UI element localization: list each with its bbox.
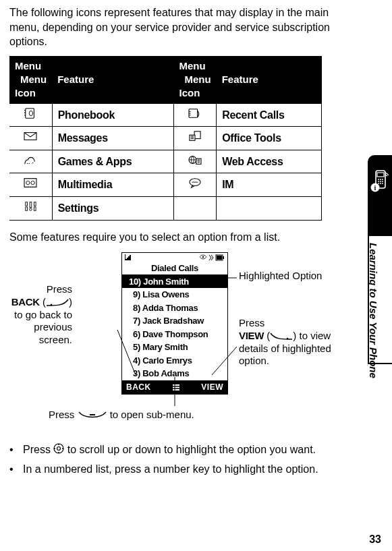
svg-point-13 xyxy=(31,181,34,185)
svg-rect-16 xyxy=(26,207,28,210)
phone-screen-diagram: Dialed Calls 10) John Smith 9) Lisa Owen… xyxy=(9,252,357,434)
softkey-view[interactable]: VIEW xyxy=(201,382,223,393)
settings-icon xyxy=(9,196,52,220)
svg-rect-39 xyxy=(377,173,384,177)
empty-label xyxy=(217,196,322,220)
svg-point-40 xyxy=(378,179,379,180)
softkey-back[interactable]: BACK xyxy=(126,382,151,393)
web-access-icon xyxy=(173,150,216,173)
im-icon xyxy=(173,173,216,197)
svg-rect-28 xyxy=(173,389,179,390)
screen-title: Dialed Calls xyxy=(122,262,227,274)
svg-rect-24 xyxy=(217,256,222,260)
svg-point-42 xyxy=(382,179,383,180)
svg-rect-26 xyxy=(173,384,179,386)
svg-rect-15 xyxy=(26,202,28,206)
intro-text: The following icons represent features t… xyxy=(9,5,357,49)
page-number: 33 xyxy=(369,532,381,547)
list-item[interactable]: 9) Lisa Owens xyxy=(122,288,227,301)
messages-icon xyxy=(9,127,52,150)
list-item[interactable]: 8) Adda Thomas xyxy=(122,301,227,315)
list-item[interactable]: 6) Dave Thompson xyxy=(122,328,227,341)
svg-point-8 xyxy=(32,162,33,163)
svg-rect-19 xyxy=(34,202,36,206)
svg-point-6 xyxy=(27,163,28,163)
side-tab-label: Learning to Use Your Phone xyxy=(366,243,380,378)
office-tools-icon xyxy=(173,127,216,150)
svg-rect-27 xyxy=(173,386,179,388)
th-menu-icon-2: MenuMenu Icon xyxy=(173,56,216,104)
phone-with-info-icon: i xyxy=(370,170,390,193)
settings-label: Settings xyxy=(52,196,173,220)
svg-point-43 xyxy=(378,181,379,182)
th-feature-1: Feature xyxy=(52,56,173,104)
svg-rect-17 xyxy=(30,202,32,208)
list-item[interactable]: 3) Bob Adams xyxy=(122,367,227,380)
ann-highlighted-option: Highlighted Option xyxy=(239,270,322,283)
nav-key-icon xyxy=(53,443,64,458)
svg-rect-20 xyxy=(34,207,36,210)
left-softkey-icon xyxy=(46,299,69,307)
recent-calls-icon xyxy=(173,104,216,127)
ann-back-key: Press BACK () to go back to previous scr… xyxy=(5,283,72,347)
list-item[interactable]: 4) Carlo Emrys xyxy=(122,354,227,368)
svg-text:i: i xyxy=(374,184,376,192)
games-apps-icon xyxy=(9,150,52,173)
svg-point-48 xyxy=(382,183,383,184)
bullet-number-key: • In a numbered list, press a number key… xyxy=(9,462,357,477)
phonebook-icon xyxy=(9,104,52,127)
messages-label: Messages xyxy=(52,127,173,150)
features-table: MenuMenu Icon Feature MenuMenu Icon Feat… xyxy=(9,56,322,221)
svg-point-29 xyxy=(287,338,289,340)
svg-point-45 xyxy=(382,181,383,182)
svg-rect-21 xyxy=(125,254,125,260)
phone-screen: Dialed Calls 10) John Smith 9) Lisa Owen… xyxy=(121,252,228,395)
ann-view-key: Press VIEW () to view details of highlig… xyxy=(239,317,354,368)
side-tab: i Learning to Use Your Phone xyxy=(368,155,392,364)
svg-point-18 xyxy=(30,208,32,211)
th-menu-icon-1: MenuMenu Icon xyxy=(9,56,52,104)
some-features-text: Some features require you to select an o… xyxy=(9,230,357,245)
recent-calls-label: Recent Calls xyxy=(217,104,322,127)
list-item[interactable]: 5) Mary Smith xyxy=(122,341,227,354)
svg-rect-25 xyxy=(223,256,224,259)
empty-icon xyxy=(173,196,216,220)
svg-rect-31 xyxy=(90,414,95,415)
games-apps-label: Games & Apps xyxy=(52,150,173,173)
status-bar xyxy=(122,253,227,262)
bullet-scroll: • Press to scroll up or down to highligh… xyxy=(9,442,357,458)
th-feature-2: Feature xyxy=(217,56,322,104)
svg-point-44 xyxy=(380,181,381,182)
right-softkey-icon xyxy=(270,332,293,341)
svg-point-22 xyxy=(202,256,204,258)
multimedia-label: Multimedia xyxy=(52,173,173,197)
screen-list: 10) John Smith 9) Lisa Owens 8) Adda Tho… xyxy=(122,274,227,380)
svg-point-46 xyxy=(378,183,379,184)
list-item[interactable]: 10) John Smith xyxy=(122,275,227,289)
list-item[interactable]: 7) Jack Bradshaw xyxy=(122,314,227,328)
office-tools-label: Office Tools xyxy=(217,127,322,150)
menu-indicator-icon xyxy=(173,384,179,390)
multimedia-icon xyxy=(9,173,52,197)
im-label: IM xyxy=(217,173,322,197)
svg-point-12 xyxy=(26,181,30,185)
svg-point-47 xyxy=(380,183,381,184)
menu-key-icon xyxy=(78,411,107,420)
ann-sub-menu: Press to open sub-menu. xyxy=(49,409,194,422)
svg-point-30 xyxy=(51,304,53,306)
svg-point-7 xyxy=(29,163,30,163)
web-access-label: Web Access xyxy=(217,150,322,173)
svg-point-41 xyxy=(380,179,381,180)
phonebook-label: Phonebook xyxy=(52,104,173,127)
svg-point-1 xyxy=(30,111,33,115)
svg-point-36 xyxy=(54,444,63,453)
svg-point-37 xyxy=(57,447,61,451)
